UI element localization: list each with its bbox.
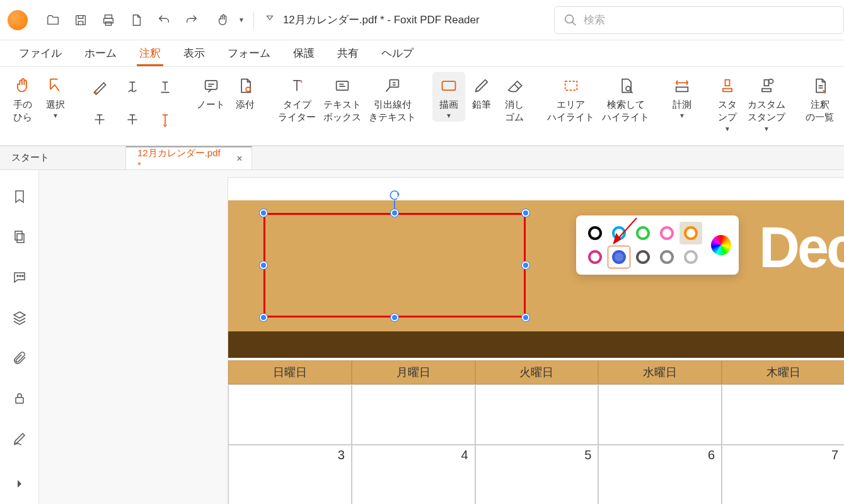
- resize-handle-sw[interactable]: [260, 314, 267, 321]
- page-button[interactable]: [122, 6, 150, 34]
- menu-form[interactable]: フォーム: [216, 41, 282, 66]
- stamp-tool[interactable]: スタ ンプ ▼: [711, 72, 744, 135]
- pages-panel-icon[interactable]: [11, 228, 28, 246]
- menu-view[interactable]: 表示: [172, 41, 216, 66]
- save-button[interactable]: [67, 6, 95, 34]
- hand-tool-button[interactable]: [209, 6, 237, 34]
- menu-file[interactable]: ファイル: [8, 41, 73, 66]
- color-swatch-darkgray[interactable]: [632, 246, 654, 268]
- menu-home[interactable]: ホーム: [73, 41, 128, 66]
- calendar-cell: [598, 384, 722, 445]
- search-box[interactable]: [554, 6, 844, 34]
- svg-point-11: [626, 86, 630, 91]
- search-highlight-tool[interactable]: 検索して ハイライト: [598, 72, 653, 127]
- calendar-cell: [228, 384, 352, 445]
- document-tabs: スタート 12月カレンダー.pdf * ×: [0, 146, 844, 170]
- svg-rect-20: [16, 398, 23, 403]
- calendar-dark-band: [228, 331, 844, 358]
- color-picker-popup: [576, 215, 739, 275]
- document-title: 12月カレンダー.pdf * - Foxit PDF Reader: [283, 13, 480, 27]
- highlight-tool[interactable]: [84, 72, 115, 102]
- calendar-cell: 4: [352, 445, 475, 504]
- undo-button[interactable]: [150, 6, 178, 34]
- svg-rect-1: [105, 14, 112, 18]
- menu-share[interactable]: 共有: [326, 41, 370, 66]
- day-header: 木曜日: [722, 360, 844, 384]
- chevron-down-icon[interactable]: ▼: [238, 16, 245, 23]
- calendar-cell: [352, 384, 475, 445]
- import-tool[interactable]: 読み 込み: [838, 72, 844, 127]
- tab-document[interactable]: 12月カレンダー.pdf * ×: [126, 146, 252, 169]
- expand-sidebar-icon[interactable]: [11, 475, 28, 493]
- resize-handle-s[interactable]: [391, 314, 398, 321]
- eraser-tool[interactable]: 消し ゴム: [498, 72, 531, 127]
- hand-tool[interactable]: 手の ひら: [6, 72, 39, 127]
- day-header: 水曜日: [598, 360, 722, 384]
- menu-help[interactable]: ヘルプ: [370, 41, 425, 66]
- print-button[interactable]: [95, 6, 122, 34]
- note-tool[interactable]: ノート: [193, 72, 229, 113]
- redo-button[interactable]: [178, 6, 205, 34]
- svg-rect-15: [15, 231, 22, 240]
- draw-tool[interactable]: 描画 ▼: [432, 72, 465, 122]
- resize-handle-e[interactable]: [522, 261, 529, 269]
- color-swatch-pink[interactable]: [656, 222, 678, 244]
- svg-point-13: [769, 79, 773, 84]
- color-swatch-magenta[interactable]: [584, 246, 606, 268]
- squiggly-tool[interactable]: [117, 72, 147, 102]
- rotation-handle[interactable]: [388, 189, 401, 202]
- resize-handle-n[interactable]: [391, 209, 398, 217]
- color-swatch-black[interactable]: [584, 222, 606, 244]
- svg-rect-5: [205, 81, 217, 89]
- color-swatch-green[interactable]: [632, 222, 654, 244]
- navigation-sidebar: [0, 170, 39, 504]
- app-logo-icon: [8, 10, 28, 30]
- chevron-down-icon: ▼: [446, 112, 452, 119]
- bookmarks-panel-icon[interactable]: [11, 188, 28, 205]
- calendar-cell: 3: [228, 445, 352, 504]
- menu-comment[interactable]: 注釈: [128, 41, 172, 66]
- select-tool[interactable]: 選択 ▼: [39, 72, 72, 122]
- pencil-tool[interactable]: 鉛筆: [465, 72, 498, 113]
- svg-point-6: [246, 87, 250, 91]
- open-file-button[interactable]: [39, 6, 67, 34]
- layers-panel-icon[interactable]: [11, 309, 28, 326]
- measure-tool[interactable]: 計測 ▼: [666, 72, 698, 122]
- typewriter-tool[interactable]: タイプ ライター: [274, 72, 320, 127]
- resize-handle-ne[interactable]: [522, 209, 529, 217]
- attach-tool[interactable]: 添付: [229, 72, 262, 113]
- color-swatch-gray[interactable]: [656, 246, 678, 268]
- calendar-grid: 日曜日 月曜日 火曜日 水曜日 木曜日 3 4 5 6: [228, 360, 844, 504]
- textbox-tool[interactable]: テキスト ボックス: [320, 72, 365, 127]
- color-swatch-grid: [584, 222, 702, 268]
- close-tab-icon[interactable]: ×: [235, 154, 244, 163]
- svg-rect-9: [442, 81, 456, 90]
- strikeout-tool[interactable]: [84, 105, 115, 135]
- color-swatch-cyan[interactable]: [608, 222, 630, 244]
- resize-handle-se[interactable]: [522, 314, 529, 321]
- menu-protect[interactable]: 保護: [282, 41, 326, 66]
- resize-handle-nw[interactable]: [260, 209, 267, 217]
- color-swatch-blue[interactable]: [608, 246, 630, 268]
- security-panel-icon[interactable]: [11, 389, 28, 407]
- document-canvas[interactable]: Dec: [39, 170, 844, 504]
- chevron-down-icon: ▼: [763, 125, 770, 132]
- color-swatch-orange[interactable]: [679, 222, 702, 244]
- signatures-panel-icon[interactable]: [11, 430, 28, 447]
- area-highlight-tool[interactable]: エリア ハイライト: [543, 72, 598, 127]
- attachments-panel-icon[interactable]: [11, 349, 28, 367]
- insert-text-tool[interactable]: [150, 105, 180, 135]
- comments-panel-icon[interactable]: [11, 268, 28, 286]
- comment-list-tool[interactable]: 注釈 の一覧: [802, 72, 838, 127]
- color-swatch-white[interactable]: [679, 246, 702, 268]
- search-input[interactable]: [584, 14, 835, 26]
- bookmark-dropdown-icon[interactable]: [264, 14, 275, 26]
- custom-stamp-tool[interactable]: カスタム スタンプ ▼: [744, 72, 789, 135]
- drawn-rectangle-annotation[interactable]: [263, 213, 526, 318]
- underline-tool[interactable]: [150, 72, 180, 102]
- tab-start[interactable]: スタート: [0, 146, 126, 169]
- callout-tool[interactable]: 引出線付 きテキスト: [365, 72, 420, 127]
- resize-handle-w[interactable]: [260, 261, 267, 269]
- replace-text-tool[interactable]: [117, 105, 147, 135]
- color-wheel-button[interactable]: [711, 235, 731, 255]
